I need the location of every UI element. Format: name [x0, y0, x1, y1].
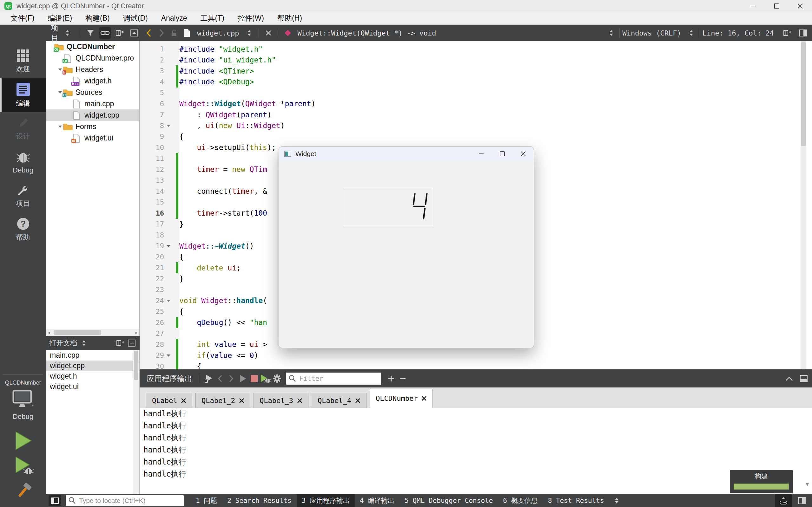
code-line[interactable]: 5	[140, 87, 806, 98]
output-tab[interactable]: QLabel_3	[254, 393, 308, 408]
project-tree-hscrollbar[interactable]: ◂ ▸	[46, 329, 140, 336]
line-number[interactable]: 28	[140, 341, 164, 348]
output-pane-button[interactable]: 2 Search Results	[222, 494, 296, 507]
tree-row[interactable]: Forms	[46, 121, 139, 132]
forward-icon[interactable]	[156, 27, 167, 39]
line-number[interactable]: 12	[140, 166, 164, 173]
line-number[interactable]: 3	[140, 67, 164, 75]
line-ending-selector[interactable]: Windows (CRLF)	[622, 29, 681, 37]
docs-vscrollbar[interactable]	[133, 350, 139, 494]
line-number[interactable]: 24	[140, 297, 164, 305]
open-document-row[interactable]: main.cpp	[46, 350, 139, 360]
line-number[interactable]: 14	[140, 187, 164, 195]
debug-run-button[interactable]	[15, 456, 32, 475]
attach-debugger-icon[interactable]	[260, 373, 271, 384]
output-tab[interactable]: QLabel_4	[312, 393, 366, 408]
sync-with-editor-icon[interactable]	[99, 27, 111, 39]
toggle-right-sidebar-icon[interactable]	[796, 495, 808, 506]
tree-expander-icon[interactable]	[57, 68, 63, 71]
document-updown-icon[interactable]	[243, 27, 255, 39]
line-number[interactable]: 25	[140, 307, 164, 316]
hscroll-thumb[interactable]	[54, 330, 101, 335]
code-line[interactable]: 29 if(value <= 0)	[140, 350, 806, 361]
tab-close-icon[interactable]	[239, 398, 244, 403]
output-pane-button[interactable]: 4 编译输出	[355, 494, 400, 507]
open-document-row[interactable]: widget.ui	[46, 382, 139, 392]
filter-input[interactable]	[299, 375, 378, 383]
line-number[interactable]: 30	[140, 362, 164, 370]
code-line[interactable]: 6Widget::Widget(QWidget *parent)	[140, 98, 806, 109]
tree-expander-icon[interactable]	[57, 125, 63, 128]
code-line[interactable]: 9{	[140, 131, 806, 142]
settings-gear-icon[interactable]	[271, 373, 283, 384]
output-pane-button[interactable]: 6 概要信息	[498, 494, 543, 507]
next-item-icon[interactable]	[225, 373, 237, 384]
tree-expander-icon[interactable]	[57, 91, 63, 94]
line-number[interactable]: 23	[140, 286, 164, 294]
scroll-left-arrow-icon[interactable]: ◂	[48, 330, 50, 335]
output-scroll-down-icon[interactable]: ▼	[804, 481, 810, 488]
tree-row[interactable]: uiwidget.ui	[46, 132, 139, 144]
cursor-updown-icon[interactable]	[686, 27, 697, 39]
widget-window-titlebar[interactable]: Widget	[279, 147, 534, 161]
line-number[interactable]: 22	[140, 275, 164, 283]
open-document-row[interactable]: widget.h	[46, 371, 139, 382]
line-number[interactable]: 7	[140, 111, 164, 119]
open-documents-updown-icon[interactable]	[80, 337, 88, 349]
rerun-icon[interactable]	[203, 373, 214, 384]
fold-marker-icon[interactable]	[164, 124, 173, 127]
locator[interactable]	[66, 495, 184, 506]
code-line[interactable]: 4#include <QDebug>	[140, 76, 806, 88]
menu-item[interactable]: 控件(W)	[231, 12, 271, 24]
tab-close-icon[interactable]	[421, 396, 427, 401]
mode-grid[interactable]: 欢迎	[0, 45, 46, 78]
code-line[interactable]: 3#include <QTimer>	[140, 65, 806, 76]
line-number[interactable]: 13	[140, 176, 164, 184]
mode-bug[interactable]: Debug	[0, 146, 46, 179]
vscroll-thumb[interactable]	[134, 351, 138, 380]
line-number[interactable]: 6	[140, 100, 164, 108]
tree-row[interactable]: widget.cpp	[46, 109, 139, 121]
widget-app-window[interactable]: Widget	[278, 147, 534, 348]
line-number[interactable]: 17	[140, 220, 164, 228]
line-number[interactable]: 19	[140, 242, 164, 250]
fold-marker-icon[interactable]	[164, 299, 173, 302]
mode-edit-document[interactable]: 编辑	[0, 78, 46, 112]
open-document-selector[interactable]: widget.cpp	[197, 29, 239, 37]
build-button[interactable]	[15, 481, 32, 500]
maximize-panel-icon[interactable]	[783, 373, 795, 384]
tree-row[interactable]: h++widget.h	[46, 75, 139, 87]
menu-item[interactable]: 帮助(H)	[271, 12, 309, 24]
code-line[interactable]: 1#include "widget.h"	[140, 44, 806, 55]
line-number[interactable]: 2	[140, 56, 164, 64]
mode-pencil[interactable]: 设计	[0, 112, 46, 146]
tree-row[interactable]: QtQLCDNumber.pro	[46, 52, 139, 64]
close-sidebar-icon[interactable]	[797, 27, 809, 39]
line-number[interactable]: 1	[140, 45, 164, 53]
menu-item[interactable]: 工具(T)	[194, 12, 231, 24]
tree-row[interactable]: CSources	[46, 87, 139, 98]
split-editor-icon[interactable]	[781, 27, 793, 39]
line-number[interactable]: 15	[140, 198, 164, 206]
code-line[interactable]: 7 : QWidget(parent)	[140, 109, 806, 120]
output-pane-button[interactable]: 8 Test Results	[543, 494, 609, 507]
panes-updown-icon[interactable]	[611, 495, 622, 506]
fold-marker-icon[interactable]	[164, 244, 173, 248]
tab-close-icon[interactable]	[297, 398, 302, 403]
close-document-icon[interactable]	[263, 27, 274, 39]
tree-row[interactable]: main.cpp	[46, 98, 139, 109]
zoom-in-icon[interactable]	[386, 373, 397, 384]
toggle-left-sidebar-button[interactable]	[49, 495, 61, 506]
output-tab[interactable]: QLabel	[146, 393, 192, 408]
line-number[interactable]: 9	[140, 132, 164, 140]
line-number[interactable]: 18	[140, 231, 164, 239]
pane-selector[interactable]: 项目	[51, 23, 58, 43]
menu-item[interactable]: 文件(F)	[4, 12, 41, 24]
close-docs-pane-icon[interactable]	[127, 337, 137, 349]
line-number[interactable]: 8	[140, 122, 164, 130]
line-number[interactable]: 27	[140, 329, 164, 337]
open-documents-title[interactable]: 打开文档	[49, 338, 77, 348]
split-pane-icon[interactable]	[114, 27, 125, 39]
line-number[interactable]: 10	[140, 144, 164, 152]
run-button[interactable]	[15, 431, 32, 450]
